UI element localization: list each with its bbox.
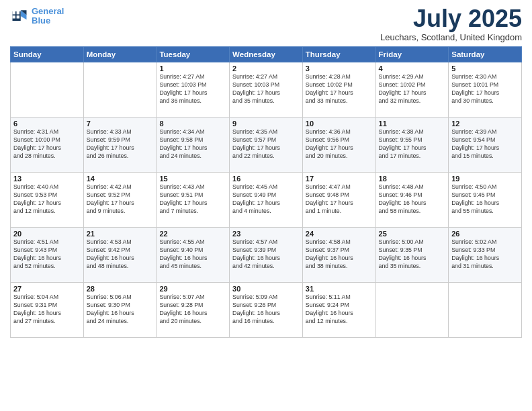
day-detail: Sunrise: 4:58 AMSunset: 9:37 PMDaylight:… (306, 238, 373, 271)
weekday-header-wednesday: Wednesday (230, 47, 303, 62)
weekday-header-saturday: Saturday (449, 47, 522, 62)
day-detail: Sunrise: 5:09 AMSunset: 9:26 PMDaylight:… (232, 293, 300, 326)
day-cell: 7Sunrise: 4:33 AMSunset: 9:59 PMDaylight… (83, 118, 157, 173)
day-number: 16 (232, 175, 300, 183)
day-detail: Sunrise: 4:31 AMSunset: 10:00 PMDaylight… (13, 128, 81, 161)
logo-icon (10, 7, 29, 26)
day-cell: 16Sunrise: 4:45 AMSunset: 9:49 PMDayligh… (230, 173, 303, 228)
day-cell: 1Sunrise: 4:27 AMSunset: 10:03 PMDayligh… (157, 62, 230, 118)
day-detail: Sunrise: 4:45 AMSunset: 9:49 PMDaylight:… (232, 183, 300, 216)
day-detail: Sunrise: 4:48 AMSunset: 9:46 PMDaylight:… (379, 183, 446, 216)
day-number: 17 (306, 175, 373, 183)
day-detail: Sunrise: 4:38 AMSunset: 9:55 PMDaylight:… (379, 128, 446, 161)
day-number: 25 (379, 230, 446, 238)
day-number: 13 (13, 175, 81, 183)
week-row-4: 20Sunrise: 4:51 AMSunset: 9:43 PMDayligh… (11, 228, 522, 283)
day-detail: Sunrise: 4:43 AMSunset: 9:51 PMDaylight:… (159, 183, 226, 216)
day-number: 8 (159, 120, 226, 128)
day-detail: Sunrise: 5:02 AMSunset: 9:33 PMDaylight:… (451, 238, 519, 271)
day-cell: 21Sunrise: 4:53 AMSunset: 9:42 PMDayligh… (83, 228, 157, 283)
logo: General Blue (10, 7, 64, 26)
day-cell (375, 283, 449, 338)
day-cell: 4Sunrise: 4:29 AMSunset: 10:02 PMDayligh… (375, 62, 449, 118)
day-cell: 30Sunrise: 5:09 AMSunset: 9:26 PMDayligh… (230, 283, 303, 338)
day-number: 5 (451, 64, 519, 73)
weekday-header-thursday: Thursday (302, 47, 375, 62)
day-cell: 26Sunrise: 5:02 AMSunset: 9:33 PMDayligh… (449, 228, 522, 283)
day-cell: 24Sunrise: 4:58 AMSunset: 9:37 PMDayligh… (302, 228, 375, 283)
day-number: 31 (306, 285, 373, 293)
day-cell: 19Sunrise: 4:50 AMSunset: 9:45 PMDayligh… (449, 173, 522, 228)
day-number: 30 (232, 285, 300, 293)
day-cell: 25Sunrise: 5:00 AMSunset: 9:35 PMDayligh… (375, 228, 449, 283)
weekday-header-friday: Friday (375, 47, 449, 62)
day-cell: 10Sunrise: 4:36 AMSunset: 9:56 PMDayligh… (302, 118, 375, 173)
day-detail: Sunrise: 5:11 AMSunset: 9:24 PMDaylight:… (306, 293, 373, 326)
day-number: 21 (87, 230, 154, 238)
day-cell: 8Sunrise: 4:34 AMSunset: 9:58 PMDaylight… (157, 118, 230, 173)
day-cell (11, 62, 84, 118)
day-detail: Sunrise: 4:50 AMSunset: 9:45 PMDaylight:… (451, 183, 519, 216)
day-number: 10 (306, 120, 373, 128)
day-number: 4 (379, 64, 446, 73)
week-row-5: 27Sunrise: 5:04 AMSunset: 9:31 PMDayligh… (11, 283, 522, 338)
day-detail: Sunrise: 4:40 AMSunset: 9:53 PMDaylight:… (13, 183, 81, 216)
day-number: 15 (159, 175, 226, 183)
day-number: 28 (87, 285, 154, 293)
weekday-header-monday: Monday (83, 47, 157, 62)
week-row-2: 6Sunrise: 4:31 AMSunset: 10:00 PMDayligh… (11, 118, 522, 173)
day-detail: Sunrise: 4:35 AMSunset: 9:57 PMDaylight:… (232, 128, 300, 161)
day-number: 23 (232, 230, 300, 238)
day-detail: Sunrise: 4:51 AMSunset: 9:43 PMDaylight:… (13, 238, 81, 271)
day-number: 12 (451, 120, 519, 128)
title-block: July 2025 Leuchars, Scotland, United Kin… (380, 7, 522, 42)
week-row-1: 1Sunrise: 4:27 AMSunset: 10:03 PMDayligh… (11, 62, 522, 118)
day-number: 22 (159, 230, 226, 238)
day-detail: Sunrise: 4:29 AMSunset: 10:02 PMDaylight… (379, 73, 446, 105)
day-cell: 15Sunrise: 4:43 AMSunset: 9:51 PMDayligh… (157, 173, 230, 228)
svg-rect-7 (17, 15, 19, 18)
day-number: 6 (13, 120, 81, 128)
day-detail: Sunrise: 4:27 AMSunset: 10:03 PMDaylight… (159, 73, 226, 105)
day-detail: Sunrise: 4:47 AMSunset: 9:48 PMDaylight:… (306, 183, 373, 216)
day-detail: Sunrise: 5:00 AMSunset: 9:35 PMDaylight:… (379, 238, 446, 271)
day-number: 26 (451, 230, 519, 238)
location: Leuchars, Scotland, United Kingdom (380, 32, 522, 42)
svg-rect-5 (17, 11, 19, 14)
day-cell: 17Sunrise: 4:47 AMSunset: 9:48 PMDayligh… (302, 173, 375, 228)
day-cell: 14Sunrise: 4:42 AMSunset: 9:52 PMDayligh… (83, 173, 157, 228)
day-number: 2 (232, 64, 300, 73)
day-cell: 27Sunrise: 5:04 AMSunset: 9:31 PMDayligh… (11, 283, 84, 338)
day-cell: 2Sunrise: 4:27 AMSunset: 10:03 PMDayligh… (230, 62, 303, 118)
day-number: 29 (159, 285, 226, 293)
day-number: 27 (13, 285, 81, 293)
header: General Blue July 2025 Leuchars, Scotlan… (10, 7, 522, 42)
day-detail: Sunrise: 4:55 AMSunset: 9:40 PMDaylight:… (159, 238, 226, 271)
day-number: 19 (451, 175, 519, 183)
day-detail: Sunrise: 4:33 AMSunset: 9:59 PMDaylight:… (87, 128, 154, 161)
day-cell: 22Sunrise: 4:55 AMSunset: 9:40 PMDayligh… (157, 228, 230, 283)
day-detail: Sunrise: 4:53 AMSunset: 9:42 PMDaylight:… (87, 238, 154, 271)
day-detail: Sunrise: 4:42 AMSunset: 9:52 PMDaylight:… (87, 183, 154, 216)
day-cell (83, 62, 157, 118)
day-cell: 12Sunrise: 4:39 AMSunset: 9:54 PMDayligh… (449, 118, 522, 173)
day-number: 18 (379, 175, 446, 183)
day-detail: Sunrise: 4:28 AMSunset: 10:02 PMDaylight… (306, 73, 373, 105)
day-detail: Sunrise: 4:39 AMSunset: 9:54 PMDaylight:… (451, 128, 519, 161)
day-detail: Sunrise: 5:04 AMSunset: 9:31 PMDaylight:… (13, 293, 81, 326)
page: General Blue July 2025 Leuchars, Scotlan… (0, 0, 532, 411)
logo-text: General Blue (32, 7, 64, 26)
day-detail: Sunrise: 4:30 AMSunset: 10:01 PMDaylight… (451, 73, 519, 105)
day-cell: 31Sunrise: 5:11 AMSunset: 9:24 PMDayligh… (302, 283, 375, 338)
day-cell: 18Sunrise: 4:48 AMSunset: 9:46 PMDayligh… (375, 173, 449, 228)
weekday-header-row: SundayMondayTuesdayWednesdayThursdayFrid… (11, 47, 522, 62)
day-cell: 3Sunrise: 4:28 AMSunset: 10:02 PMDayligh… (302, 62, 375, 118)
week-row-3: 13Sunrise: 4:40 AMSunset: 9:53 PMDayligh… (11, 173, 522, 228)
day-cell: 13Sunrise: 4:40 AMSunset: 9:53 PMDayligh… (11, 173, 84, 228)
weekday-header-tuesday: Tuesday (157, 47, 230, 62)
day-cell: 6Sunrise: 4:31 AMSunset: 10:00 PMDayligh… (11, 118, 84, 173)
month-title: July 2025 (380, 7, 522, 31)
day-detail: Sunrise: 4:57 AMSunset: 9:39 PMDaylight:… (232, 238, 300, 271)
day-cell: 9Sunrise: 4:35 AMSunset: 9:57 PMDaylight… (230, 118, 303, 173)
day-cell: 20Sunrise: 4:51 AMSunset: 9:43 PMDayligh… (11, 228, 84, 283)
